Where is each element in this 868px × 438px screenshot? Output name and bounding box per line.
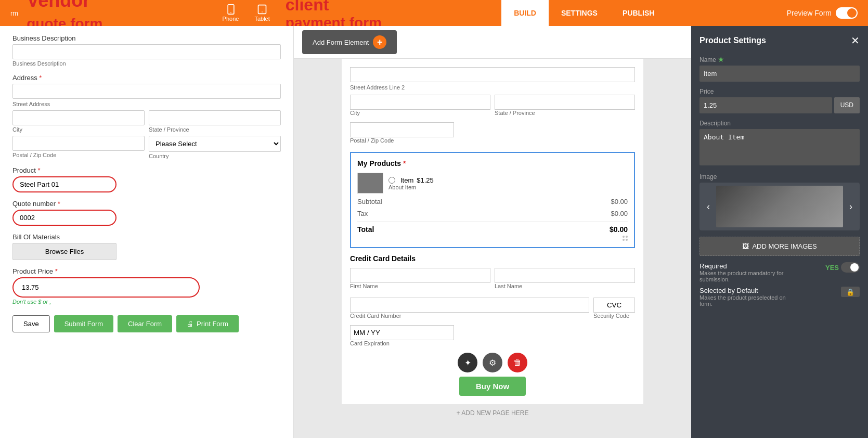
subtotal-row: Subtotal $0.00: [357, 198, 628, 205]
tax-label: Tax: [357, 210, 368, 217]
state-input[interactable]: [149, 110, 281, 125]
preview-toggle[interactable]: Preview Form: [787, 7, 858, 19]
postal-input-middle[interactable]: [350, 122, 454, 137]
bill-of-materials-label: Bill Of Materials: [12, 233, 281, 241]
state-sublabel: State / Province: [149, 126, 281, 133]
city-input-middle[interactable]: [350, 95, 490, 110]
client-title: client: [286, 0, 382, 15]
yes-toggle[interactable]: YES: [825, 262, 860, 273]
required-toggle[interactable]: [841, 262, 860, 273]
city-state-row: City State / Province: [350, 95, 635, 120]
subtotal-label: Subtotal: [357, 198, 382, 205]
submit-form-button[interactable]: Submit Form: [54, 315, 113, 332]
add-more-images-button[interactable]: 🖼 ADD MORE IMAGES: [699, 237, 860, 256]
required-row: Required Makes the product mandatory for…: [699, 262, 860, 282]
product-input[interactable]: Steel Part 01: [12, 176, 116, 192]
clear-form-button[interactable]: Clear Form: [118, 315, 172, 332]
image-section: Image ‹ ›: [699, 173, 860, 230]
carousel-next-button[interactable]: ›: [845, 199, 857, 214]
product-price-section: Product Price * Don't use $ or ,: [12, 267, 281, 305]
nav-publish[interactable]: PUBLISH: [610, 0, 667, 26]
price-hint: Don't use $ or ,: [12, 299, 281, 305]
form-canvas: Street Address Line 2 City State / Provi…: [342, 59, 643, 404]
postal-input[interactable]: [12, 136, 145, 151]
business-desc-input[interactable]: [12, 44, 281, 59]
selected-default-sublabel: Makes the product preselected on form.: [699, 294, 793, 307]
cvc-input[interactable]: [593, 298, 635, 313]
quote-number-label: Quote number *: [12, 200, 281, 208]
street-addr-2-input[interactable]: [350, 67, 635, 82]
state-input-middle[interactable]: [495, 95, 635, 110]
tablet-device[interactable]: Tablet: [254, 4, 269, 22]
name-label: Name ★: [699, 55, 860, 63]
total-value: $0.00: [610, 225, 628, 234]
phone-device[interactable]: Phone: [223, 4, 239, 22]
description-textarea[interactable]: About Item: [699, 129, 860, 165]
product-price-label: Product Price *: [12, 267, 281, 275]
price-label: Price: [699, 88, 860, 95]
top-bar-right: Preview Form: [787, 7, 858, 19]
product-item-name: Item: [400, 176, 413, 184]
save-button[interactable]: Save: [12, 315, 50, 332]
main-content: Business Description Business Descriptio…: [0, 26, 868, 438]
star-button[interactable]: ✦: [458, 353, 477, 372]
buy-now-area: ✦ ⚙ 🗑 Buy Now: [350, 353, 635, 396]
buy-now-button[interactable]: Buy Now: [459, 377, 526, 396]
country-select[interactable]: Please Select: [149, 136, 281, 152]
city-input[interactable]: [12, 110, 145, 125]
middle-header: Add Form Element +: [294, 26, 691, 59]
product-label: Product *: [12, 166, 281, 174]
yes-label: YES: [825, 264, 839, 272]
tax-value: $0.00: [611, 210, 628, 217]
price-field-group: Price USD: [699, 88, 860, 113]
required-label: Required: [699, 262, 793, 270]
nav-build[interactable]: BUILD: [501, 0, 549, 26]
preview-switch[interactable]: [836, 7, 858, 19]
toggle-knob: [847, 8, 857, 18]
plus-icon: +: [373, 35, 386, 49]
product-item-price: $1.25: [417, 176, 434, 184]
name-field-group: Name ★: [699, 55, 860, 88]
browse-files-button[interactable]: Browse Files: [12, 243, 116, 260]
bill-of-materials-section: Bill Of Materials Browse Files: [12, 233, 281, 260]
settings-button[interactable]: ⚙: [483, 353, 502, 372]
cc-number-row: · · · · · · · · · · · · · · · · Credit C…: [350, 298, 635, 323]
subtotal-value: $0.00: [611, 198, 628, 205]
price-row: USD: [699, 97, 860, 113]
tax-row: Tax $0.00: [357, 210, 628, 217]
button-row: Save Submit Form Clear Form 🖨 Print Form: [12, 315, 281, 332]
country-sublabel: Country: [149, 153, 281, 159]
price-settings-input[interactable]: [699, 97, 832, 113]
cc-expiry-input[interactable]: [350, 325, 454, 340]
quote-number-input[interactable]: [12, 210, 116, 226]
cc-first-name-input[interactable]: [350, 268, 490, 283]
product-radio[interactable]: [388, 177, 395, 184]
top-bar: rm Vendor quote form Phone Tablet client…: [0, 0, 868, 26]
street-address-sublabel: Street Address: [12, 101, 281, 107]
street-address-input[interactable]: [12, 84, 281, 99]
drag-handle: [357, 236, 628, 241]
add-form-element-button[interactable]: Add Form Element +: [302, 30, 397, 54]
product-section: Product * Steel Part 01: [12, 166, 281, 192]
required-label-group: Required Makes the product mandatory for…: [699, 262, 793, 282]
delete-button[interactable]: 🗑: [508, 353, 527, 372]
product-details: Item $1.25 About Item: [388, 176, 434, 190]
vendor-title: Vendor: [27, 0, 102, 11]
quote-number-section: Quote number *: [12, 200, 281, 226]
usd-badge: USD: [834, 97, 860, 113]
tablet-label: Tablet: [254, 16, 269, 22]
cc-number-input[interactable]: · · · · · · · · · · · · · · · ·: [350, 298, 589, 313]
close-panel-button[interactable]: ✕: [851, 34, 860, 47]
credit-card-title: Credit Card Details: [350, 254, 635, 263]
product-price-input[interactable]: [18, 280, 195, 294]
carousel-prev-button[interactable]: ‹: [703, 199, 714, 214]
product-list-item: Item $1.25 About Item: [357, 173, 628, 194]
svg-point-1: [230, 12, 231, 13]
cc-last-name-input[interactable]: [495, 268, 635, 283]
address-section: Address * Street Address City State / Pr…: [12, 74, 281, 159]
toggle-knob-required: [850, 263, 859, 272]
name-input[interactable]: [699, 66, 860, 82]
nav-settings[interactable]: SETTINGS: [549, 0, 610, 26]
print-form-button[interactable]: 🖨 Print Form: [176, 315, 239, 332]
lock-button[interactable]: 🔒: [841, 287, 860, 297]
